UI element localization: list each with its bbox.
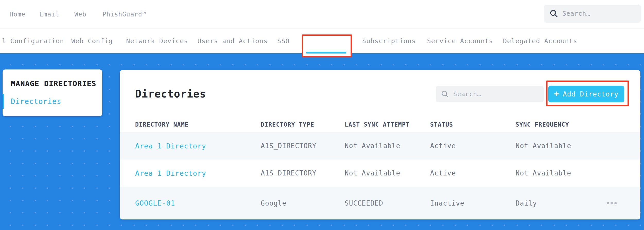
search-icon xyxy=(550,9,558,18)
last-sync-attempt-cell: Not Available xyxy=(345,169,430,177)
column-header-directory-name: DIRECTORY NAME xyxy=(135,121,261,128)
directory-name-link[interactable]: Area 1 Directory xyxy=(135,142,261,150)
tab-delegated-accounts[interactable]: Delegated Accounts xyxy=(503,29,577,53)
ellipsis-icon xyxy=(607,202,617,204)
tab-service-accounts[interactable]: Service Accounts xyxy=(427,29,493,53)
manage-directories-panel: MANAGE DIRECTORIES Directories xyxy=(3,69,102,116)
table-row: GOOGLE-01 Google SUCCEEDED Inactive Dail… xyxy=(120,187,640,219)
tab-network-devices[interactable]: Network Devices xyxy=(126,29,188,53)
tab-directories[interactable]: Directories xyxy=(306,29,352,53)
add-directory-label: Add Directory xyxy=(563,90,619,98)
sync-frequency-cell: Not Available xyxy=(516,169,606,177)
sync-frequency-cell: Daily xyxy=(516,199,606,207)
directory-type-cell: Google xyxy=(261,199,345,207)
last-sync-attempt-cell: Not Available xyxy=(345,142,430,150)
active-tab-underline xyxy=(306,52,346,54)
panel-title: MANAGE DIRECTORIES xyxy=(11,79,96,88)
directory-type-cell: A1S_DIRECTORY xyxy=(261,169,345,177)
table-row: Area 1 Directory A1S_DIRECTORY Not Avail… xyxy=(120,132,640,160)
nav-item-home[interactable]: Home xyxy=(10,0,25,29)
status-cell: Active xyxy=(430,142,516,150)
directories-search[interactable] xyxy=(436,86,544,102)
status-cell: Active xyxy=(430,169,516,177)
column-header-status: STATUS xyxy=(430,121,516,128)
active-item-indicator-bar xyxy=(3,94,4,109)
tab-email-configuration[interactable]: l Configuration xyxy=(2,29,64,53)
sidebar-item-directories[interactable]: Directories xyxy=(11,97,61,106)
directory-name-link[interactable]: GOOGLE-01 xyxy=(135,199,261,207)
column-header-sync-frequency: SYNC FREQUENCY xyxy=(516,121,606,128)
nav-item-web[interactable]: Web xyxy=(74,0,86,29)
column-header-directory-type: DIRECTORY TYPE xyxy=(261,121,345,128)
directory-type-cell: A1S_DIRECTORY xyxy=(261,142,345,150)
search-icon xyxy=(441,90,449,98)
nav-item-phishguard[interactable]: PhishGuard™ xyxy=(102,0,146,29)
directory-name-link[interactable]: Area 1 Directory xyxy=(135,169,261,177)
column-header-last-sync-attempt: LAST SYNC ATTEMPT xyxy=(345,121,430,128)
add-directory-button[interactable]: + Add Directory xyxy=(548,86,624,102)
row-actions-menu-button[interactable] xyxy=(606,202,630,204)
directories-card: Directories + Add Directory DIRECTORY NA… xyxy=(120,70,640,219)
tab-sso[interactable]: SSO xyxy=(277,29,290,53)
table-row: Area 1 Directory A1S_DIRECTORY Not Avail… xyxy=(120,160,640,187)
settings-tab-bar: l Configuration Web Config Network Devic… xyxy=(0,29,644,53)
table-header-row: DIRECTORY NAME DIRECTORY TYPE LAST SYNC … xyxy=(120,117,640,132)
global-search-input[interactable] xyxy=(562,10,626,17)
page: Home Email Web PhishGuard™ l Configurati… xyxy=(0,0,644,230)
plus-icon: + xyxy=(554,89,559,98)
tab-web-config[interactable]: Web Config xyxy=(71,29,113,53)
status-cell: Inactive xyxy=(430,199,516,207)
page-title: Directories xyxy=(135,88,206,100)
tab-subscriptions[interactable]: Subscriptions xyxy=(362,29,416,53)
nav-item-email[interactable]: Email xyxy=(39,0,59,29)
global-search[interactable] xyxy=(544,5,641,23)
directories-search-input[interactable] xyxy=(453,91,525,98)
top-navigation-bar: Home Email Web PhishGuard™ xyxy=(0,0,644,29)
tab-users-and-actions[interactable]: Users and Actions xyxy=(197,29,268,53)
sync-frequency-cell: Not Available xyxy=(516,142,606,150)
last-sync-attempt-cell: SUCCEEDED xyxy=(345,199,430,207)
